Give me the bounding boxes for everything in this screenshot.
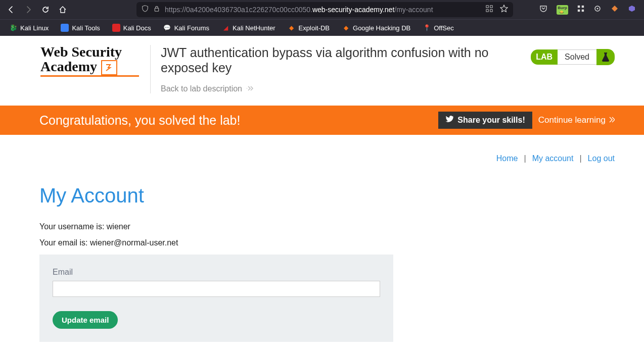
svg-rect-2 — [490, 6, 492, 8]
email-form: Email Update email — [39, 255, 393, 342]
chevron-right-icon — [609, 115, 615, 125]
svg-rect-6 — [578, 6, 580, 8]
forums-icon: 💬 — [163, 24, 171, 32]
academy-logo[interactable]: Web Security Academy — [40, 45, 139, 77]
bookmark-label: Kali NetHunter — [233, 24, 275, 32]
main-content: My Account Your username is: wiener Your… — [0, 163, 644, 342]
ghdb-icon: ◆ — [342, 24, 350, 32]
url-host: web-security-academy.net — [312, 6, 394, 14]
bookmark-offsec[interactable]: 📍 OffSec — [418, 22, 459, 34]
academy-header: Web Security Academy JWT authentication … — [0, 36, 644, 97]
logo-line1: Web Security — [40, 45, 139, 59]
lab-badge: LAB — [531, 49, 558, 65]
share-button-label: Share your skills! — [457, 116, 525, 125]
svg-rect-12 — [604, 53, 607, 54]
logo-line2-text: Academy — [40, 60, 97, 74]
page-content: Web Security Academy JWT authentication … — [0, 36, 644, 342]
svg-rect-7 — [582, 6, 584, 8]
bookmark-star-icon[interactable] — [500, 5, 508, 15]
bookmark-label: Kali Linux — [20, 24, 49, 32]
svg-point-11 — [597, 8, 599, 10]
url-bar[interactable]: https://0a4200e4036730a1c226270c00cc0050… — [136, 2, 513, 17]
solved-badge: Solved — [558, 49, 596, 65]
nav-account-link[interactable]: My account — [532, 154, 574, 163]
continue-learning-link[interactable]: Continue learning — [538, 115, 615, 125]
page-nav: Home | My account | Log out — [0, 135, 644, 163]
nav-separator: | — [576, 154, 584, 163]
nethunter-icon: ◢ — [221, 24, 229, 32]
logo-underline — [40, 75, 139, 77]
flask-icon — [596, 49, 615, 65]
bookmark-kali-nethunter[interactable]: ◢ Kali NetHunter — [216, 22, 281, 34]
url-prefix: https://0a4200e4036730a1c226270c00cc0050… — [165, 6, 312, 14]
nav-button-group — [4, 6, 67, 14]
email-input[interactable] — [53, 281, 380, 297]
lab-status: LAB Solved — [531, 49, 615, 65]
email-label: Email — [53, 268, 380, 277]
offsec-icon: 📍 — [423, 24, 431, 32]
bookmark-kali-forums[interactable]: 💬 Kali Forums — [158, 22, 214, 34]
svg-rect-9 — [582, 10, 584, 12]
svg-rect-4 — [490, 10, 492, 12]
bookmark-label: Exploit-DB — [299, 24, 330, 32]
back-icon[interactable] — [7, 6, 15, 14]
fox-extension-icon[interactable] — [611, 5, 619, 15]
bookmark-label: Kali Tools — [72, 24, 100, 32]
bookmarks-bar: 🐉 Kali Linux Kali Tools Kali Docs 💬 Kali… — [0, 19, 644, 36]
bookmark-label: Kali Forums — [174, 24, 209, 32]
share-skills-button[interactable]: Share your skills! — [438, 112, 532, 129]
banner-actions: Share your skills! Continue learning — [438, 112, 615, 129]
twitter-icon — [445, 116, 453, 125]
svg-rect-1 — [486, 6, 488, 8]
bookmark-kali-tools[interactable]: Kali Tools — [56, 22, 105, 34]
burp-extension-icon[interactable]: Burp — [557, 5, 568, 15]
bookmark-label: OffSec — [434, 24, 454, 32]
logo-arrow-icon — [101, 60, 117, 75]
logo-line2: Academy — [40, 59, 139, 74]
url-text: https://0a4200e4036730a1c226270c00cc0050… — [165, 6, 433, 14]
pocket-icon[interactable] — [539, 5, 547, 15]
continue-link-text: Continue learning — [538, 115, 606, 125]
back-link-text: Back to lab description — [161, 84, 242, 93]
update-email-button[interactable]: Update email — [53, 311, 118, 329]
nav-home-link[interactable]: Home — [496, 154, 518, 163]
browser-toolbar: https://0a4200e4036730a1c226270c00cc0050… — [0, 0, 644, 19]
page-heading: My Account — [39, 184, 644, 207]
chevron-right-icon — [246, 84, 253, 93]
back-to-description-link[interactable]: Back to lab description — [161, 84, 253, 93]
nav-separator: | — [521, 154, 529, 163]
svg-rect-8 — [578, 10, 580, 12]
bookmark-kali-linux[interactable]: 🐉 Kali Linux — [4, 22, 54, 34]
qr-icon[interactable] — [486, 5, 493, 14]
lock-icon[interactable] — [154, 5, 160, 14]
chrome-right-icons: Burp — [539, 5, 640, 15]
url-right-icons — [486, 5, 508, 15]
dragon-icon: 🐉 — [9, 24, 17, 32]
username-info: Your username is: wiener — [39, 222, 644, 231]
exploitdb-icon: ◆ — [288, 24, 296, 32]
lab-title-block: JWT authentication bypass via algorithm … — [150, 45, 520, 93]
bookmark-label: Kali Docs — [123, 24, 151, 32]
docs-icon — [112, 24, 120, 32]
shield-icon[interactable] — [142, 5, 149, 14]
nav-logout-link[interactable]: Log out — [588, 154, 615, 163]
forward-icon[interactable] — [24, 6, 32, 14]
bookmark-exploit-db[interactable]: ◆ Exploit-DB — [283, 22, 335, 34]
bookmark-google-hacking[interactable]: ◆ Google Hacking DB — [337, 22, 416, 34]
success-banner: Congratulations, you solved the lab! Sha… — [0, 106, 644, 135]
home-icon[interactable] — [59, 6, 67, 14]
banner-message: Congratulations, you solved the lab! — [39, 113, 240, 128]
reload-icon[interactable] — [41, 6, 50, 14]
url-path: /my-account — [394, 6, 433, 14]
bookmark-label: Google Hacking DB — [353, 24, 410, 32]
settings-gear-icon[interactable] — [593, 5, 602, 15]
cube-extension-icon[interactable] — [628, 5, 636, 15]
extensions-grid-icon[interactable] — [577, 5, 584, 14]
email-info: Your email is: wiener@normal-user.net — [39, 238, 644, 247]
lab-title: JWT authentication bypass via algorithm … — [161, 45, 520, 75]
bookmark-kali-docs[interactable]: Kali Docs — [107, 22, 156, 34]
tools-icon — [61, 24, 69, 32]
svg-rect-3 — [486, 10, 488, 12]
svg-rect-0 — [155, 8, 159, 11]
